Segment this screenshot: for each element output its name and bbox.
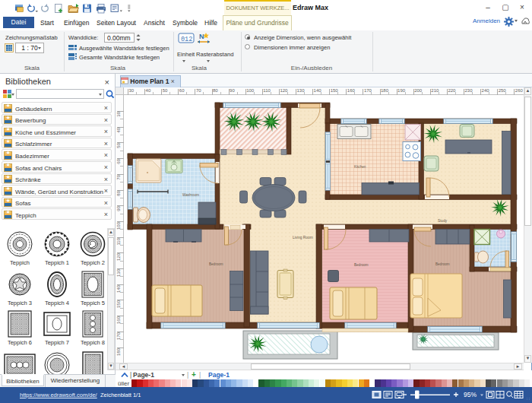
svg-text:Bedroom: Bedroom — [209, 262, 223, 266]
svg-text:Washroom: Washroom — [182, 193, 199, 197]
svg-text:Bedroom: Bedroom — [435, 262, 450, 266]
svg-text:Kitchen: Kitchen — [354, 165, 366, 169]
svg-text:Living Room: Living Room — [293, 236, 313, 240]
svg-text:Study: Study — [438, 219, 448, 223]
svg-text:Bedroom: Bedroom — [354, 263, 369, 267]
